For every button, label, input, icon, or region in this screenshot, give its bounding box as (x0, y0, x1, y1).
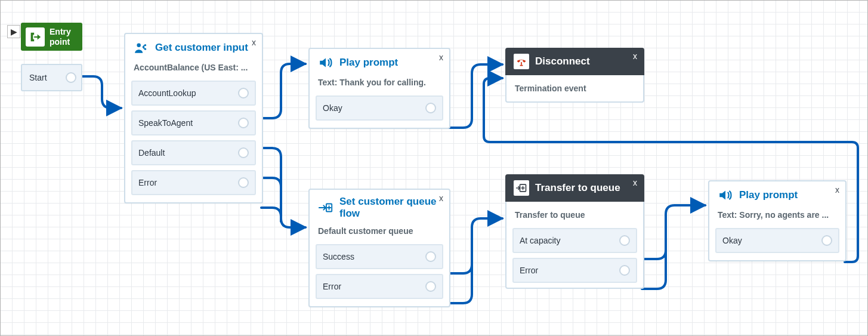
hangup-icon (514, 54, 529, 69)
branch-label: Okay (722, 236, 742, 245)
port[interactable] (238, 177, 249, 188)
port[interactable] (619, 265, 630, 276)
branch-label: AccountLookup (138, 88, 196, 98)
set-customer-queue-block[interactable]: x Set customer queue flow Default custom… (308, 189, 450, 307)
panel-expander[interactable]: ▶ (7, 25, 20, 38)
disconnect-block[interactable]: Disconnect x Termination event (505, 48, 644, 103)
port[interactable] (238, 147, 249, 158)
port[interactable] (821, 235, 832, 246)
block-title: Get customer input (155, 42, 254, 54)
block-subtitle: Transfer to queue (506, 202, 643, 228)
block-subtitle: Termination event (506, 75, 643, 101)
transfer-icon (514, 180, 529, 196)
close-icon[interactable]: x (252, 38, 256, 47)
entry-title: Entry point (50, 27, 71, 46)
queue-flow-icon (318, 200, 333, 215)
entry-arrow-icon (26, 27, 45, 47)
port[interactable] (238, 118, 249, 128)
branch-row[interactable]: SpeakToAgent (131, 110, 256, 135)
block-title: Set customer queue flow (339, 196, 441, 219)
branch-row[interactable]: Okay (316, 95, 443, 121)
branch-row[interactable]: Error (316, 274, 443, 299)
close-icon[interactable]: x (633, 51, 637, 61)
play-prompt-block-2[interactable]: x Play prompt Text: Sorry, no agents are… (708, 180, 847, 261)
block-title: Transfer to queue (535, 182, 620, 194)
block-title: Play prompt (739, 189, 837, 201)
svg-point-0 (137, 43, 141, 47)
close-icon[interactable]: x (439, 53, 443, 62)
entry-start-label: Start (29, 73, 47, 82)
branch-label: Error (520, 266, 538, 275)
block-subtitle: Text: Sorry, no agents are ... (709, 208, 845, 228)
branch-label: Okay (323, 103, 342, 113)
branch-row[interactable]: Default (131, 140, 256, 165)
entry-point-body[interactable]: Start (21, 64, 82, 91)
get-customer-input-block[interactable]: x Get customer input AccountBalance (US … (124, 33, 263, 204)
branch-label: At capacity (520, 236, 560, 245)
branch-label: SpeakToAgent (138, 118, 193, 128)
close-icon[interactable]: x (439, 193, 443, 203)
branch-label: Success (323, 252, 354, 261)
block-subtitle: Text: Thank you for calling. (310, 75, 449, 95)
block-title: Disconnect (535, 56, 590, 67)
get-input-icon (134, 40, 149, 56)
branch-label: Error (323, 282, 341, 291)
port[interactable] (425, 281, 436, 292)
branch-row[interactable]: Okay (715, 228, 839, 253)
block-subtitle: Default customer queue (310, 224, 449, 244)
close-icon[interactable]: x (633, 178, 637, 187)
branch-row[interactable]: At capacity (512, 228, 637, 253)
transfer-to-queue-block[interactable]: Transfer to queue x Transfer to queue At… (505, 174, 644, 289)
port[interactable] (66, 72, 76, 83)
branch-row[interactable]: Error (512, 258, 637, 283)
port[interactable] (425, 103, 436, 113)
block-subtitle: AccountBalance (US East: ... (125, 60, 262, 81)
branch-row[interactable]: Success (316, 244, 443, 269)
branch-row[interactable]: Error (131, 170, 256, 195)
speaker-icon (318, 55, 333, 70)
speaker-icon (718, 187, 733, 203)
play-prompt-block-1[interactable]: x Play prompt Text: Thank you for callin… (308, 48, 450, 129)
block-title: Play prompt (339, 57, 441, 69)
port[interactable] (425, 251, 436, 262)
port[interactable] (238, 88, 249, 98)
port[interactable] (619, 235, 630, 246)
entry-point-header: Entry point (21, 23, 82, 51)
branch-label: Default (138, 148, 165, 158)
close-icon[interactable]: x (835, 185, 839, 195)
branch-label: Error (138, 178, 157, 187)
branch-row[interactable]: AccountLookup (131, 81, 256, 106)
